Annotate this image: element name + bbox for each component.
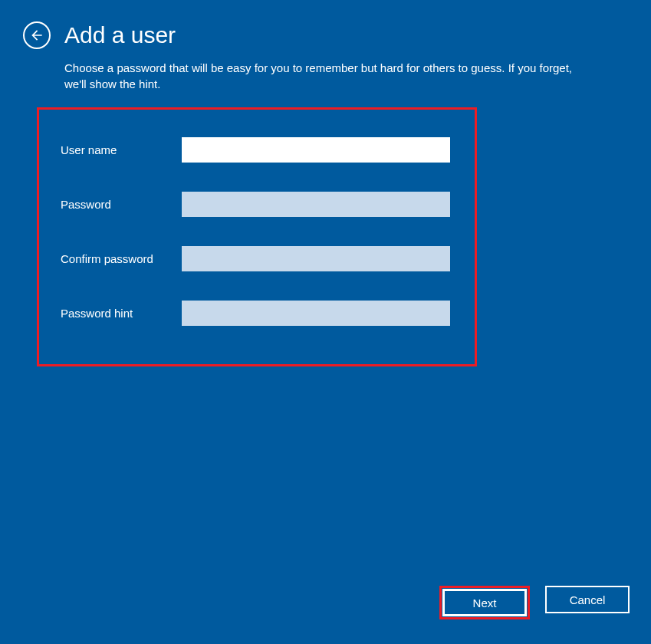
form-row-password: Password bbox=[61, 192, 453, 217]
password-hint-input[interactable] bbox=[182, 301, 450, 326]
confirm-password-label: Confirm password bbox=[61, 252, 182, 265]
username-input[interactable] bbox=[182, 137, 450, 163]
confirm-password-input[interactable] bbox=[182, 246, 450, 271]
next-button[interactable]: Next bbox=[442, 589, 527, 616]
page-description: Choose a password that will be easy for … bbox=[0, 57, 613, 107]
password-label: Password bbox=[61, 198, 182, 211]
username-label: User name bbox=[61, 143, 182, 156]
password-hint-label: Password hint bbox=[61, 307, 182, 320]
cancel-button[interactable]: Cancel bbox=[545, 586, 630, 613]
page-title: Add a user bbox=[64, 22, 176, 48]
form-row-confirm-password: Confirm password bbox=[61, 246, 453, 271]
arrow-left-icon bbox=[29, 28, 44, 43]
back-button[interactable] bbox=[23, 21, 51, 49]
form-row-username: User name bbox=[61, 137, 453, 163]
password-input[interactable] bbox=[182, 192, 450, 217]
cancel-button-wrap: Cancel bbox=[545, 586, 630, 619]
form-row-password-hint: Password hint bbox=[61, 301, 453, 326]
next-button-highlight: Next bbox=[439, 586, 530, 619]
form-highlight-box: User name Password Confirm password Pass… bbox=[37, 107, 477, 366]
button-bar: Next Cancel bbox=[439, 586, 630, 619]
